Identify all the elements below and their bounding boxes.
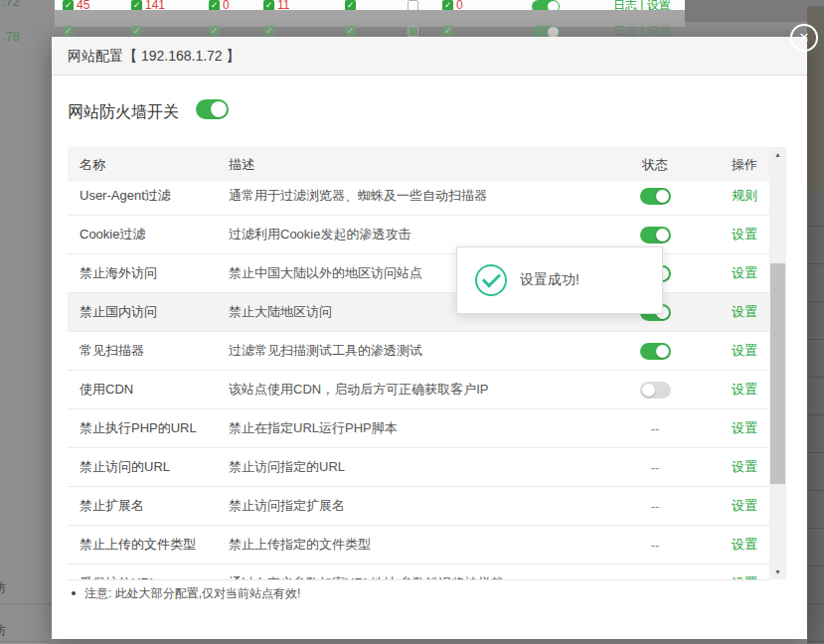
status-empty: -- [651, 460, 660, 475]
count-badge: 141 [145, 0, 165, 10]
table-row: 禁止访问的URL禁止访问指定的URL--设置 [68, 448, 769, 487]
firewall-switch-label: 网站防火墙开关 [68, 102, 179, 123]
action-link[interactable]: 设置 [732, 382, 757, 397]
column-header-name: 名称 [68, 156, 229, 174]
action-link[interactable]: 设置 [732, 265, 757, 280]
status-empty: -- [651, 576, 660, 581]
background-links: 日志 | 设置 [613, 26, 671, 37]
status-toggle[interactable] [640, 188, 671, 205]
action-link[interactable]: 设置 [732, 459, 757, 474]
action-link[interactable]: 设置 [732, 537, 757, 552]
row-name: 常见扫描器 [68, 342, 229, 360]
firewall-toggle[interactable] [196, 99, 229, 119]
scroll-down-icon[interactable]: ▼ [769, 564, 786, 579]
row-name: 禁止扩展名 [68, 497, 229, 515]
checked-checkbox-icon: ✓ [345, 26, 356, 37]
count-badge: 0 [456, 0, 463, 10]
dimmed-row-band [55, 10, 685, 27]
row-name: Cookie过滤 [68, 226, 229, 243]
checkbox-icon [408, 0, 418, 10]
checked-checkbox-icon: ✓ [263, 0, 274, 10]
background-links: 日志 | 设置 [613, 0, 671, 10]
checkbox-icon: ✓0 [442, 0, 463, 10]
status-empty: -- [651, 421, 660, 436]
table-row: 禁止国内访问禁止大陆地区访问设置 [68, 293, 769, 332]
action-link[interactable]: 设置 [732, 343, 757, 358]
toggle-icon [532, 0, 560, 10]
status-empty: -- [651, 499, 660, 514]
site-config-modal: 网站配置【 192.168.1.72 】 网站防火墙开关 名称 描述 状态 操作… [52, 37, 807, 639]
action-link[interactable]: 规则 [732, 188, 757, 203]
row-status: -- [610, 499, 700, 514]
action-link[interactable]: 设置 [732, 420, 757, 435]
row-name: 禁止国内访问 [68, 303, 229, 321]
row-status [610, 382, 700, 399]
checked-checkbox-icon: ✓ [63, 0, 74, 10]
checked-checkbox-icon: ✓ [63, 26, 74, 37]
background-text-fragment: 防 [0, 622, 6, 640]
toggle-icon [532, 26, 560, 37]
table-row: 禁止执行PHP的URL禁止在指定URL运行PHP脚本--设置 [68, 409, 769, 448]
row-name: 禁止执行PHP的URL [68, 419, 229, 437]
checkbox-icon: ✓ [263, 26, 274, 37]
row-name: 使用CDN [68, 381, 229, 399]
row-action: 设置 [700, 458, 769, 476]
row-name: 禁止访问的URL [68, 458, 229, 476]
status-toggle[interactable] [640, 343, 671, 360]
row-description: 禁止在指定URL运行PHP脚本 [229, 419, 610, 437]
background-toggle [532, 26, 560, 37]
firewall-config-table: 名称 描述 状态 操作 User-Agent过滤通常用于过滤浏览器、蜘蛛及一些自… [68, 147, 786, 580]
row-name: User-Agent过滤 [68, 187, 229, 205]
row-description: 该站点使用CDN，启动后方可正确获取客户IP [229, 381, 610, 399]
count-badge: 45 [77, 0, 89, 10]
row-description: 禁止访问指定的URL [229, 458, 610, 476]
page: ✓45✓141✓0✓11✓✓0日志 | 设置 ✓✓✓✓✓✓日志 | 设置 .72… [0, 0, 824, 644]
checkbox-icon: ✓11 [263, 0, 289, 10]
row-action: 设置 [700, 536, 769, 554]
row-description: 禁止上传指定的文件类型 [229, 536, 610, 554]
table-header-row: 名称 描述 状态 操作 [68, 147, 786, 182]
row-action: 设置 [700, 381, 769, 399]
action-link[interactable]: 设置 [732, 227, 757, 242]
row-status [610, 227, 700, 243]
check-circle-icon [475, 264, 507, 296]
divider [0, 641, 52, 642]
close-icon[interactable]: ✕ [790, 24, 818, 52]
row-status [610, 343, 700, 360]
checkbox-icon: ✓ [131, 26, 142, 37]
checked-checkbox-icon: ✓ [442, 26, 453, 37]
action-link[interactable]: 设置 [732, 304, 757, 319]
background-site-row: ✓45✓141✓0✓11✓✓0日志 | 设置 [55, 0, 685, 10]
modal-title: 网站配置【 192.168.1.72 】 [68, 48, 241, 64]
scroll-up-icon[interactable]: ▲ [769, 147, 786, 162]
table-scrollbar[interactable]: ▲ ▼ [769, 147, 786, 579]
checkbox-icon [408, 26, 418, 37]
table-row: User-Agent过滤通常用于过滤浏览器、蜘蛛及一些自动扫描器规则 [68, 182, 769, 216]
row-action: 设置 [700, 342, 769, 360]
row-action: 设置 [700, 226, 769, 243]
action-link[interactable]: 设置 [732, 498, 757, 513]
column-header-desc: 描述 [229, 156, 610, 174]
checkbox-icon: ✓ [209, 26, 220, 37]
checkbox-icon: ✓ [345, 26, 356, 37]
row-description: 通过自定义参数加密URL地址 参数错误将被拦截 [229, 574, 610, 580]
table-row: 使用CDN该站点使用CDN，启动后方可正确获取客户IP设置 [68, 371, 769, 409]
background-ip-fragment: .78 [2, 29, 20, 44]
count-badge: 11 [277, 0, 289, 10]
scrollbar-thumb[interactable] [770, 263, 785, 484]
empty-checkbox-icon [408, 26, 418, 37]
count-badge: 0 [223, 0, 230, 10]
dimmed-right-rowlines [807, 189, 824, 644]
action-link[interactable]: 设置 [732, 575, 757, 580]
background-ip-fragment: .72 [2, 0, 20, 9]
row-action: 设置 [700, 497, 769, 515]
success-toast: 设置成功! [456, 246, 663, 314]
background-text-fragment: 防 [0, 579, 6, 597]
status-toggle[interactable] [640, 227, 671, 243]
dimmed-right-strip [807, 6, 824, 644]
background-site-row-dimmed: ✓✓✓✓✓✓日志 | 设置 [55, 26, 685, 37]
checked-checkbox-icon: ✓ [209, 26, 220, 37]
status-toggle[interactable] [640, 382, 671, 399]
status-empty: -- [651, 538, 660, 553]
row-status: -- [610, 460, 700, 475]
